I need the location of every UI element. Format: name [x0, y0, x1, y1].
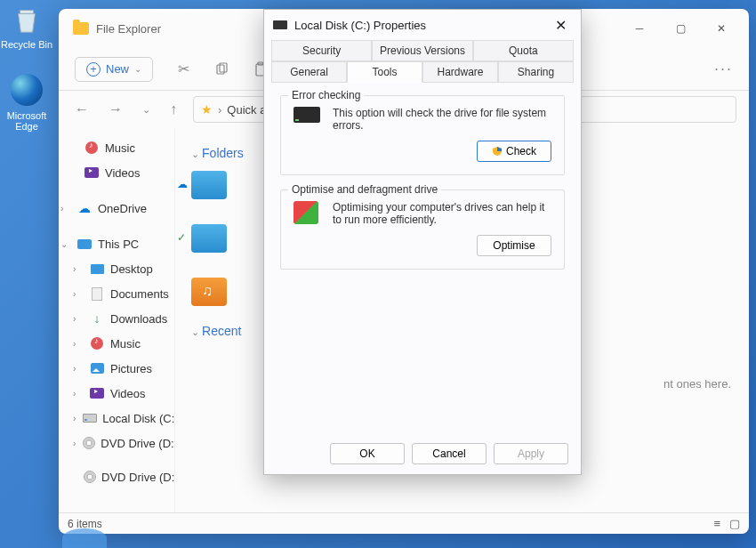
new-label: New	[106, 62, 129, 76]
disk-icon	[273, 20, 287, 29]
sidebar-item-dvd-1[interactable]: ›DVD Drive (D:) I	[59, 431, 174, 455]
apply-button[interactable]: Apply	[494, 443, 568, 464]
optimize-group: Optimise and defragment drive Optimising…	[280, 189, 565, 270]
sidebar-item-dvd-2[interactable]: DVD Drive (D:) ES	[59, 464, 174, 489]
properties-dialog: Local Disk (C:) Properties ✕ Security Pr…	[263, 9, 582, 475]
dialog-titlebar: Local Disk (C:) Properties ✕	[264, 10, 581, 40]
sidebar-item-onedrive[interactable]: ›☁OneDrive	[59, 196, 174, 221]
tab-row: Security Previous Versions Quota General…	[264, 40, 581, 83]
maximize-button[interactable]: ▢	[660, 15, 701, 42]
cancel-button[interactable]: Cancel	[412, 443, 487, 464]
star-icon: ★	[201, 102, 213, 117]
tab-general[interactable]: General	[271, 61, 347, 83]
up-button[interactable]: ↑	[166, 98, 181, 121]
optimise-button[interactable]: Optimise	[477, 235, 551, 256]
sidebar: Music Videos ›☁OneDrive ⌄This PC ›Deskto…	[59, 128, 174, 512]
chevron-down-icon[interactable]: ⌄	[139, 101, 154, 119]
forward-button[interactable]: →	[105, 98, 126, 121]
optimize-legend: Optimise and defragment drive	[288, 183, 441, 196]
statusbar: 6 items ≡ ▢	[59, 512, 749, 534]
sidebar-item-local-disk[interactable]: ›Local Disk (C:)	[59, 406, 174, 431]
chevron-down-icon: ⌄	[134, 64, 141, 74]
sidebar-item-this-pc[interactable]: ⌄This PC	[59, 231, 174, 256]
minimize-button[interactable]: ─	[619, 15, 660, 42]
recent-hint: nt ones here.	[664, 377, 731, 391]
error-checking-legend: Error checking	[288, 89, 364, 101]
tab-hardware[interactable]: Hardware	[422, 61, 498, 83]
more-icon[interactable]: ···	[714, 60, 733, 78]
defrag-icon	[294, 201, 318, 224]
tab-security[interactable]: Security	[271, 40, 372, 61]
icons-view-button[interactable]: ▢	[729, 517, 740, 530]
sidebar-item-music-2[interactable]: ›Music	[59, 331, 174, 356]
sidebar-item-music[interactable]: Music	[59, 135, 174, 160]
tab-previous-versions[interactable]: Previous Versions	[372, 40, 472, 61]
recycle-bin-icon[interactable]: Recycle Bin	[0, 0, 53, 50]
sidebar-item-documents[interactable]: ›Documents	[59, 281, 174, 306]
sidebar-item-videos[interactable]: Videos	[59, 160, 174, 185]
folder-tile[interactable]	[191, 171, 227, 199]
plus-icon: +	[86, 62, 101, 77]
sidebar-item-pictures[interactable]: ›Pictures	[59, 356, 174, 381]
back-button[interactable]: ←	[71, 98, 92, 121]
svg-rect-0	[20, 11, 33, 14]
tab-tools[interactable]: Tools	[347, 61, 422, 83]
tab-quota[interactable]: Quota	[473, 40, 574, 61]
details-view-button[interactable]: ≡	[713, 517, 720, 530]
error-checking-group: Error checking This option will check th…	[280, 95, 565, 175]
recycle-bin-label: Recycle Bin	[1, 39, 52, 50]
folder-icon	[73, 22, 89, 35]
copy-icon[interactable]	[214, 62, 229, 77]
folder-tile[interactable]	[191, 224, 227, 253]
close-button[interactable]: ✕	[701, 15, 742, 42]
window-title: File Explorer	[96, 22, 161, 36]
shield-icon	[492, 146, 503, 157]
edge-label: Microsoft Edge	[7, 110, 47, 132]
cut-icon[interactable]: ✂	[178, 60, 189, 77]
dialog-body: Error checking This option will check th…	[264, 83, 581, 433]
error-checking-desc: This option will check the drive for fil…	[333, 107, 551, 132]
edge-icon[interactable]: Microsoft Edge	[0, 71, 53, 132]
check-button[interactable]: Check	[477, 141, 551, 162]
tab-sharing[interactable]: Sharing	[498, 61, 574, 83]
ok-button[interactable]: OK	[330, 443, 405, 464]
folder-tile[interactable]	[191, 278, 227, 306]
dialog-footer: OK Cancel Apply	[264, 433, 581, 474]
optimize-desc: Optimising your computer's drives can he…	[333, 201, 551, 226]
taskbar-partial	[62, 528, 107, 548]
new-button[interactable]: + New ⌄	[75, 57, 153, 82]
sidebar-item-videos-2[interactable]: ›Videos	[59, 381, 174, 406]
dialog-title-text: Local Disk (C:) Properties	[294, 19, 426, 32]
dialog-close-button[interactable]: ✕	[550, 15, 572, 36]
drive-icon	[294, 107, 320, 123]
sidebar-item-desktop[interactable]: ›Desktop	[59, 256, 174, 281]
sidebar-item-downloads[interactable]: ›↓Downloads	[59, 306, 174, 331]
